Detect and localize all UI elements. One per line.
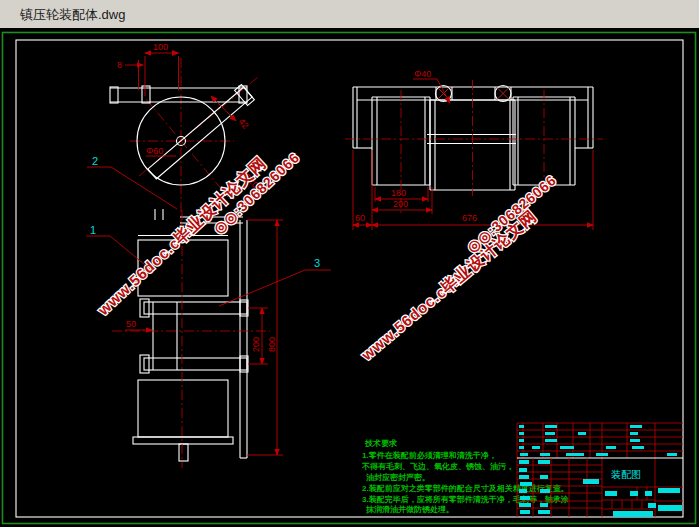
- drawing-frame: [3, 33, 696, 524]
- top-view-dim-200: 200: [393, 199, 408, 209]
- balloon-2: 2: [92, 155, 98, 167]
- cad-preview-window: 镇压轮装配体.dwg: [0, 0, 699, 527]
- notes-line: 抹润滑油并做防锈处理。: [365, 505, 454, 514]
- top-view-dim-676: 676: [462, 213, 477, 223]
- drawing-canvas[interactable]: 100 8 42 Φ60 Φ20 2: [0, 28, 699, 527]
- technical-notes: 技术要求 1.零件在装配前必须清理和清洗干净， 不得有毛刺、飞边、氧化皮、锈蚀、…: [361, 439, 569, 514]
- side-view-dim-8: 8: [117, 60, 122, 70]
- notes-line: 油封应密封严密。: [365, 472, 430, 482]
- file-name: 镇压轮装配体.dwg: [20, 6, 125, 24]
- side-view-dim-dia60: Φ60: [146, 146, 163, 156]
- balloon-3: 3: [314, 257, 320, 269]
- front-view-dim-800: 800: [267, 337, 277, 352]
- watermark-org: 毕业设计论文网: [436, 206, 539, 297]
- watermark-group: www.56doc.com 毕业设计论文网 ◎◎:306826066 www.5…: [93, 134, 569, 364]
- notes-line: 1.零件在装配前必须清理和清洗干净，: [362, 451, 497, 460]
- side-view-dim-100: 100: [153, 42, 168, 52]
- drawing-name: 装配图: [611, 469, 641, 480]
- front-view-dim-200: 200: [251, 337, 261, 352]
- front-view: 50 200 800 1 3: [86, 209, 331, 468]
- top-view-dim-dia40: Φ40: [414, 69, 431, 79]
- parts-list-entries: [519, 425, 682, 517]
- front-view-dim-50: 50: [126, 319, 136, 329]
- notes-line: 2.装配前应对之类零部件的配合尺寸及相关精度进行复查。: [362, 483, 569, 493]
- notes-title: 技术要求: [364, 439, 397, 448]
- top-view: Φ40 180 200 60 676: [345, 69, 603, 230]
- top-view-dim-180: 180: [391, 188, 406, 198]
- side-view-dim-42: 42: [237, 117, 251, 131]
- side-view: 100 8 42 Φ60 Φ20 2: [87, 42, 260, 227]
- file-title-bar: 镇压轮装配体.dwg: [0, 0, 699, 28]
- balloon-1: 1: [90, 224, 96, 236]
- top-view-dim-60: 60: [355, 213, 365, 223]
- notes-line: 3.装配完毕后，应将所有零部件清洗干净，毛刺等，轴承涂: [362, 494, 569, 504]
- notes-line: 不得有毛刺、飞边、氧化皮、锈蚀、油污，: [361, 462, 514, 471]
